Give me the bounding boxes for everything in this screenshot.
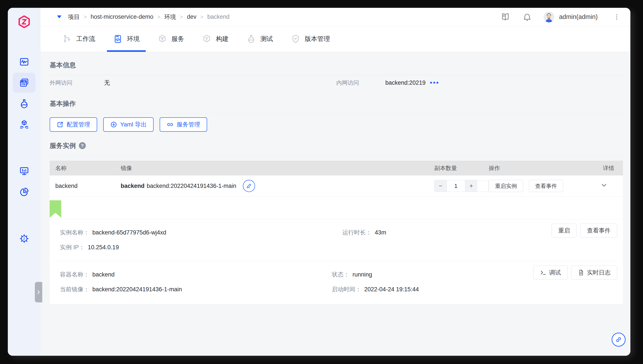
realtime-logs-button[interactable]: 实时日志 — [571, 266, 617, 280]
chevron-down-icon — [600, 182, 608, 189]
container-name-field: 容器名称： backend — [60, 269, 332, 280]
col-header-replicas: 副本数量 — [434, 164, 489, 172]
service-instances-title: 服务实例 ? — [50, 141, 623, 150]
section-tabs: 工作流 环境 服务 — [41, 26, 630, 52]
service-management-button[interactable]: 服务管理 — [160, 117, 207, 132]
pod-name-label: 实例名称： — [60, 228, 89, 236]
view-events-button[interactable]: 查看事件 — [529, 180, 563, 192]
breadcrumb-item-environments[interactable]: 环境 — [164, 13, 176, 21]
collapse-row-button[interactable] — [600, 182, 608, 189]
more-menu-button[interactable] — [613, 13, 620, 21]
sidebar-item-insights[interactable] — [13, 161, 36, 181]
sidebar-item-statistics[interactable] — [13, 182, 36, 202]
pencil-icon — [246, 183, 252, 189]
sidebar-expand-handle[interactable] — [35, 282, 42, 302]
pod-uptime-value: 43m — [375, 229, 386, 236]
image-service-name: backend — [121, 183, 145, 190]
tab-label: 工作流 — [76, 34, 95, 43]
debug-button[interactable]: 调试 — [533, 266, 568, 280]
user-avatar[interactable] — [543, 12, 554, 22]
pod-uptime-field: 运行时长： 43m — [342, 227, 551, 238]
breadcrumb-item-service-backend: backend — [207, 14, 230, 20]
tab-tests[interactable]: 测试 — [240, 26, 279, 52]
image-tag: backend:20220424191436-1-main — [147, 183, 236, 190]
container-name-value: backend — [92, 271, 115, 278]
docs-button[interactable] — [501, 12, 510, 22]
breadcrumb-separator: > — [180, 14, 183, 20]
button-label: 服务管理 — [177, 120, 200, 128]
sidebar-item-settings[interactable]: Z — [13, 228, 36, 248]
yaml-export-button[interactable]: Yaml 导出 — [103, 117, 154, 132]
basic-ops-buttons: 配置管理 Yaml 导出 服务管理 — [50, 117, 623, 132]
service-hexagon-icon — [158, 34, 167, 44]
project-pm-icon: PM — [19, 78, 29, 88]
restart-instance-button[interactable]: 重启实例 — [489, 180, 523, 192]
sidebar-nav: PM — [13, 52, 36, 248]
environment-code-icon — [113, 34, 123, 44]
pod-detail-fields: 实例名称： backend-65d77975d6-wj4xd 运行时长： 43m… — [60, 227, 551, 253]
tab-releases[interactable]: 版本管理 — [285, 26, 336, 52]
dots-vertical-icon — [613, 13, 620, 21]
config-management-button[interactable]: 配置管理 — [50, 117, 97, 132]
pod-name-value: backend-65d77975d6-wj4xd — [92, 229, 166, 236]
pod-ip-label: 实例 IP： — [60, 244, 85, 251]
breadcrumb-separator: > — [200, 14, 203, 20]
sidebar-item-delivery[interactable] — [13, 114, 36, 134]
tab-services[interactable]: 服务 — [151, 26, 190, 52]
share-link-button[interactable] — [612, 333, 625, 346]
sidebar-item-tests[interactable] — [13, 94, 36, 114]
external-access-label: 外网访问 — [50, 79, 104, 87]
restart-pod-button[interactable]: 重启 — [551, 224, 577, 238]
row-expanded-detail: 实例名称： backend-65d77975d6-wj4xd 运行时长： 43m… — [50, 196, 623, 304]
basic-ops-title-text: 基本操作 — [50, 99, 76, 108]
chain-link-icon — [615, 336, 622, 343]
tab-environments[interactable]: 环境 — [107, 26, 146, 52]
container-image-value: backend:20220424191436-1-main — [92, 286, 182, 293]
sidebar-item-dashboard[interactable] — [13, 52, 36, 72]
svg-text:PM: PM — [22, 83, 26, 86]
row-actions: 重启实例 查看事件 — [489, 180, 582, 192]
tab-label: 版本管理 — [305, 34, 330, 43]
container-actions: 调试 实时日志 — [533, 266, 617, 295]
notifications-button[interactable] — [522, 12, 532, 22]
zadig-logo-icon[interactable] — [16, 14, 33, 30]
detail-cell — [600, 182, 617, 190]
chevron-right-icon — [36, 289, 41, 295]
tab-workflows[interactable]: 工作流 — [56, 26, 101, 52]
button-label: 调试 — [549, 269, 561, 276]
divider — [50, 75, 623, 75]
container-status-value: running — [352, 271, 372, 278]
bell-icon — [522, 12, 532, 22]
top-header: 项目 > host-microservice-demo > 环境 > dev >… — [41, 8, 630, 26]
col-header-operations: 操作 — [489, 164, 582, 172]
replica-count-input[interactable]: 1 — [447, 180, 465, 192]
page-content: 基本信息 外网访问 无 内网访问 backend:20219 ••• 基本操作 — [41, 52, 630, 356]
table-header-row: 名称 镜像 副本数量 操作 详情 — [50, 161, 623, 176]
app-window: PM — [8, 8, 630, 356]
button-label: 实时日志 — [587, 269, 610, 276]
image-cell: backend backend:20220424191436-1-main — [121, 180, 434, 192]
divider — [50, 113, 623, 114]
service-name-cell: backend — [55, 183, 121, 190]
replica-decrease-button[interactable]: − — [435, 180, 447, 192]
package-delivery-icon — [19, 120, 29, 130]
project-dropdown-caret-icon[interactable] — [57, 16, 62, 18]
breadcrumb-item-projects[interactable]: 项目 — [68, 13, 80, 21]
access-info-row: 外网访问 无 内网访问 backend:20219 ••• — [50, 78, 623, 88]
sidebar-item-projects[interactable]: PM — [13, 73, 36, 93]
breadcrumb-item-project-name[interactable]: host-microservice-demo — [91, 14, 153, 20]
tab-builds[interactable]: 构建 — [196, 26, 235, 52]
tab-label: 服务 — [171, 34, 184, 43]
container-image-label: 当前镜像： — [60, 286, 89, 293]
breadcrumb-item-env-dev[interactable]: dev — [187, 14, 197, 20]
container-detail-fields: 容器名称： backend 状态： running 当前镜像： backend:… — [60, 269, 533, 295]
username[interactable]: admin(admin) — [559, 13, 598, 20]
replica-increase-button[interactable]: + — [465, 180, 477, 192]
edit-image-button[interactable] — [243, 180, 255, 192]
table-row: backend backend backend:20220424191436-1… — [50, 176, 623, 196]
view-pod-events-button[interactable]: 查看事件 — [580, 224, 617, 238]
help-icon[interactable]: ? — [79, 142, 86, 149]
tab-label: 构建 — [216, 34, 229, 43]
divider — [50, 156, 623, 156]
internal-access-more-button[interactable]: ••• — [430, 79, 440, 86]
